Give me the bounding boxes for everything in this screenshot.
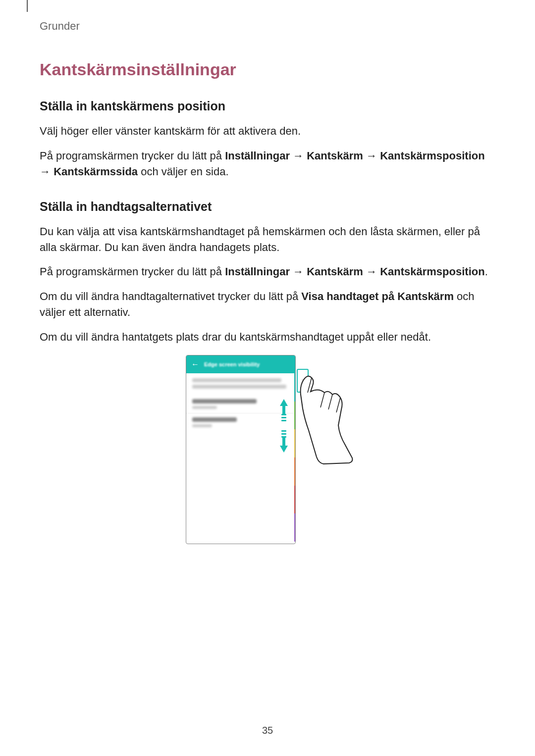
text-fragment: På programskärmen trycker du lätt på: [40, 265, 225, 278]
page-tab-mark: [27, 0, 28, 12]
arrow-2: →: [363, 150, 380, 162]
section2-p4: Om du vill ändra hantatgets plats drar d…: [40, 329, 495, 345]
drag-grip: [279, 414, 288, 421]
arrow-1: →: [290, 150, 307, 162]
section1-p1: Välj höger eller vänster kantskärm för a…: [40, 123, 495, 139]
blurred-text-line: [192, 424, 212, 427]
section2-p2: På programskärmen trycker du lätt på Ins…: [40, 264, 495, 280]
drag-indicator: [279, 399, 288, 454]
bold-kantskärm-2: Kantskärm: [307, 265, 363, 278]
divider: [186, 413, 295, 413]
section2-p3: Om du vill ändra handtagalternativet try…: [40, 289, 495, 320]
page-number: 35: [0, 725, 535, 736]
bold-kantskärm: Kantskärm: [307, 150, 363, 162]
drag-grip: [279, 430, 288, 438]
arrow-down-icon: [280, 446, 288, 453]
arrow-stem: [282, 406, 285, 414]
phone-illustration: ← Edge screen visibility: [186, 355, 296, 544]
figure: ← Edge screen visibility: [186, 355, 349, 553]
arrow-stem: [282, 438, 285, 446]
page-content: Grunder Kantskärmsinställningar Ställa i…: [0, 0, 535, 555]
blurred-text-line: [192, 417, 237, 422]
bold-inställningar: Inställningar: [225, 150, 290, 162]
section2-p1: Du kan välja att visa kantskärmshandtage…: [40, 224, 495, 255]
text-fragment: .: [485, 265, 488, 278]
bold-visa-handtaget: Visa handtaget på Kantskärm: [301, 290, 454, 302]
arrow-4: →: [290, 265, 307, 278]
figure-container: ← Edge screen visibility: [40, 355, 495, 555]
bold-kantskärmsposition: Kantskärmsposition: [380, 150, 485, 162]
bold-inställningar-2: Inställningar: [225, 265, 290, 278]
blurred-text-line: [192, 378, 281, 382]
hand-icon: [294, 371, 358, 465]
arrow-5: →: [363, 265, 380, 278]
chapter-label: Grunder: [40, 20, 495, 33]
text-fragment: Om du vill ändra handtagalternativet try…: [40, 290, 301, 302]
phone-body: [186, 373, 295, 435]
arrow-up-icon: [280, 399, 288, 406]
section1-p2: På programskärmen trycker du lätt på Ins…: [40, 148, 495, 180]
blurred-text-line: [192, 385, 286, 389]
phone-header: ← Edge screen visibility: [186, 355, 295, 373]
bold-kantskärmssida: Kantskärmssida: [54, 165, 138, 178]
section2-heading: Ställa in handtagsalternativet: [40, 200, 495, 214]
text-fragment: och väljer en sida.: [138, 165, 228, 178]
bold-kantskärmsposition-2: Kantskärmsposition: [380, 265, 485, 278]
page-title: Kantskärmsinställningar: [40, 60, 495, 79]
text-fragment: På programskärmen trycker du lätt på: [40, 150, 225, 162]
section1-heading: Ställa in kantskärmens position: [40, 99, 495, 113]
back-arrow-icon: ←: [191, 360, 199, 369]
phone-header-title: Edge screen visibility: [204, 361, 260, 367]
arrow-3: →: [40, 165, 54, 178]
blurred-text-line: [192, 399, 257, 403]
blurred-text-line: [192, 406, 217, 409]
